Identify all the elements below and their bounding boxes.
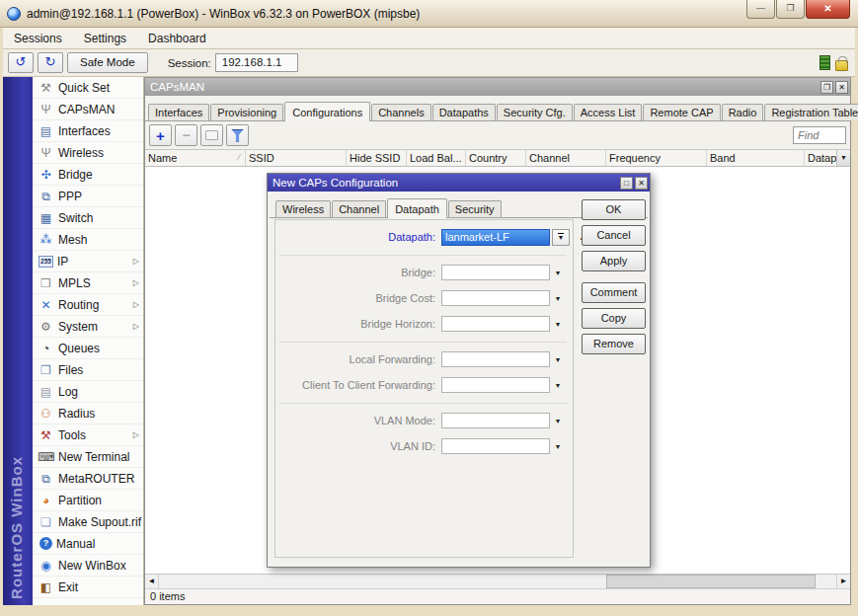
copy-button[interactable]: Copy bbox=[582, 308, 646, 329]
chevron-down-icon[interactable]: ▼ bbox=[550, 382, 566, 389]
sidebar-item-wireless[interactable]: Ψ Wireless bbox=[33, 142, 143, 164]
local-forwarding-input[interactable] bbox=[441, 351, 550, 367]
dropdown-list-button[interactable]: ▼ bbox=[552, 229, 570, 246]
maximize-button[interactable]: ❐ bbox=[776, 0, 805, 19]
column-hide-ssid[interactable]: Hide SSID bbox=[347, 150, 407, 166]
column-select-button[interactable]: ▼ bbox=[836, 150, 850, 166]
bridge-cost-input[interactable] bbox=[441, 290, 550, 306]
tab-datapath[interactable]: Datapath bbox=[387, 198, 447, 218]
tab-provisioning[interactable]: Provisioning bbox=[210, 104, 283, 120]
menu-settings[interactable]: Settings bbox=[73, 29, 137, 48]
capsman-titlebar[interactable]: CAPsMAN ❐ ✕ bbox=[145, 78, 850, 96]
scroll-left-icon[interactable]: ◄ bbox=[145, 575, 159, 588]
tab-remote-cap[interactable]: Remote CAP bbox=[643, 104, 720, 120]
column-load-balancing[interactable]: Load Bal... bbox=[407, 150, 466, 166]
add-button[interactable]: + bbox=[149, 124, 172, 146]
bridge-horizon-input[interactable] bbox=[441, 316, 550, 332]
sidebar-item-make-supout[interactable]: ❏ Make Supout.rif bbox=[33, 511, 143, 533]
sidebar-item-tools[interactable]: ⚒ Tools ▷ bbox=[33, 424, 143, 446]
tab-radio[interactable]: Radio bbox=[722, 104, 764, 120]
tab-registration-table[interactable]: Registration Table bbox=[764, 104, 858, 120]
remove-button[interactable]: − bbox=[175, 124, 197, 146]
apply-button[interactable]: Apply bbox=[582, 251, 646, 271]
undo-button[interactable]: ↺ bbox=[8, 52, 34, 73]
chevron-down-icon[interactable]: ▼ bbox=[550, 321, 566, 328]
column-datapath[interactable]: Datap bbox=[805, 150, 836, 166]
vlan-mode-input[interactable] bbox=[441, 413, 550, 428]
sidebar-item-interfaces[interactable]: ▤ Interfaces bbox=[33, 120, 143, 142]
scroll-right-icon[interactable]: ► bbox=[836, 575, 850, 588]
tab-interfaces[interactable]: Interfaces bbox=[148, 104, 209, 120]
tab-configurations[interactable]: Configurations bbox=[284, 102, 370, 121]
tab-channels[interactable]: Channels bbox=[371, 104, 430, 120]
close-button[interactable]: ✕ bbox=[806, 0, 850, 19]
column-ssid[interactable]: SSID bbox=[246, 150, 347, 166]
sidebar-item-quick-set[interactable]: ⚒ Quick Set bbox=[33, 77, 143, 99]
sidebar-item-log[interactable]: ▤ Log bbox=[33, 381, 143, 403]
sidebar-item-capsman[interactable]: Ψ CAPsMAN bbox=[33, 99, 143, 120]
chevron-down-icon[interactable]: ▼ bbox=[550, 443, 566, 450]
scroll-thumb[interactable] bbox=[606, 575, 817, 588]
sidebar-item-new-terminal[interactable]: ⌨ New Terminal bbox=[33, 446, 143, 468]
sidebar-item-manual[interactable]: ? Manual bbox=[33, 533, 143, 555]
tab-datapaths[interactable]: Datapaths bbox=[432, 104, 496, 120]
maximize-button[interactable]: □ bbox=[620, 177, 633, 190]
sidebar-item-ip[interactable]: 255 IP ▷ bbox=[33, 251, 143, 272]
menu-sessions[interactable]: Sessions bbox=[3, 29, 73, 48]
sidebar-item-files[interactable]: ❐ Files bbox=[33, 359, 143, 381]
column-country[interactable]: Country bbox=[466, 150, 526, 166]
bridge-input[interactable] bbox=[441, 265, 550, 280]
tab-wireless[interactable]: Wireless bbox=[275, 200, 331, 217]
horizontal-scrollbar[interactable]: ◄ ► bbox=[145, 574, 850, 588]
close-icon[interactable]: ✕ bbox=[835, 81, 848, 94]
chevron-down-icon[interactable]: ▼ bbox=[550, 418, 566, 424]
sidebar-item-mesh[interactable]: ⁂ Mesh bbox=[33, 229, 143, 251]
ok-button[interactable]: OK bbox=[582, 199, 646, 220]
sidebar-item-label: Partition bbox=[58, 494, 102, 507]
sidebar-item-exit[interactable]: ◧ Exit bbox=[33, 577, 143, 598]
column-name[interactable]: Name∕ bbox=[145, 150, 246, 166]
sidebar-item-radius[interactable]: ⚇ Radius bbox=[33, 403, 143, 424]
tab-channel[interactable]: Channel bbox=[332, 200, 386, 217]
safe-mode-button[interactable]: Safe Mode bbox=[67, 52, 148, 73]
find-input[interactable] bbox=[793, 126, 846, 144]
sidebar-item-partition[interactable]: ◕ Partition bbox=[33, 490, 143, 511]
filter-button[interactable] bbox=[226, 124, 249, 146]
datapath-combobox[interactable] bbox=[441, 229, 550, 246]
vlan-id-input[interactable] bbox=[441, 438, 550, 454]
sidebar-item-system[interactable]: ⚙ System ▷ bbox=[33, 316, 143, 338]
session-value[interactable]: 192.168.1.1 bbox=[215, 53, 298, 72]
chevron-down-icon[interactable]: ▼ bbox=[550, 270, 566, 276]
sidebar-item-routing[interactable]: ✕ Routing ▷ bbox=[33, 294, 143, 316]
vlan-id-label: VLAN ID: bbox=[275, 440, 441, 452]
close-icon[interactable]: ✕ bbox=[635, 177, 648, 190]
sidebar-item-switch[interactable]: ▦ Switch bbox=[33, 207, 143, 229]
column-frequency[interactable]: Frequency bbox=[606, 150, 707, 166]
restore-button[interactable]: ❐ bbox=[820, 81, 833, 94]
scroll-track[interactable] bbox=[159, 575, 836, 588]
column-band[interactable]: Band bbox=[707, 150, 805, 166]
dialog-titlebar[interactable]: New CAPs Configuration □ ✕ bbox=[268, 174, 650, 192]
sidebar-item-metarouter[interactable]: ⧉ MetaROUTER bbox=[33, 468, 143, 490]
sort-icon: ∕ bbox=[238, 152, 242, 166]
remove-button[interactable]: Remove bbox=[582, 334, 646, 354]
tab-security[interactable]: Security bbox=[448, 200, 502, 217]
cancel-button[interactable]: Cancel bbox=[582, 225, 646, 246]
menu-dashboard[interactable]: Dashboard bbox=[137, 29, 217, 48]
supout-file-icon: ❏ bbox=[38, 515, 54, 529]
chevron-down-icon[interactable]: ▼ bbox=[550, 295, 566, 302]
tab-security-cfg[interactable]: Security Cfg. bbox=[497, 104, 573, 120]
redo-button[interactable]: ↻ bbox=[38, 52, 63, 73]
tab-access-list[interactable]: Access List bbox=[574, 104, 643, 120]
sidebar-item-bridge[interactable]: ✣ Bridge bbox=[33, 164, 143, 186]
minimize-button[interactable]: — bbox=[746, 0, 775, 19]
client-to-client-forwarding-input[interactable] bbox=[441, 377, 550, 393]
chevron-down-icon[interactable]: ▼ bbox=[550, 356, 566, 363]
column-channel[interactable]: Channel bbox=[526, 150, 606, 166]
sidebar-item-mpls[interactable]: ❒ MPLS ▷ bbox=[33, 272, 143, 294]
sidebar-item-new-winbox[interactable]: ◉ New WinBox bbox=[33, 555, 143, 577]
sidebar-item-ppp[interactable]: ⧉ PPP bbox=[33, 186, 143, 207]
comment-button[interactable] bbox=[200, 124, 223, 146]
comment-button[interactable]: Comment bbox=[582, 282, 646, 303]
sidebar-item-queues[interactable]: ◔ Queues bbox=[33, 338, 143, 359]
